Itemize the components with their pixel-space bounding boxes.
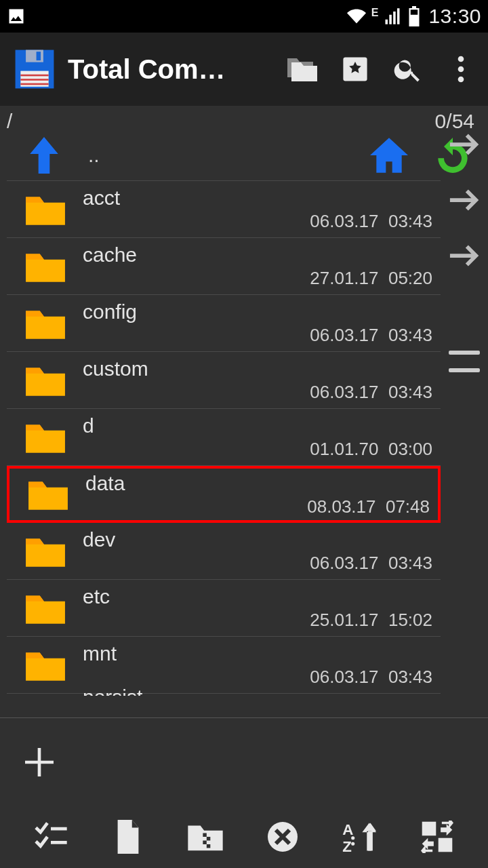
battery-icon [407, 6, 422, 26]
svg-rect-0 [411, 9, 418, 15]
list-item[interactable]: data 08.03.17 07:48 [7, 466, 441, 523]
file-meta-label: 06.03.17 03:43 [83, 553, 436, 574]
list-item[interactable]: persist 06.03.17 03:43 [7, 694, 441, 696]
folder-icon [11, 477, 85, 511]
file-meta-label: 06.03.17 03:43 [83, 211, 436, 232]
svg-rect-12 [203, 833, 207, 837]
up-arrow-icon[interactable] [7, 137, 81, 174]
signal-icon [382, 7, 403, 26]
path-row: / 0/54 [0, 106, 488, 136]
folder-icon [8, 420, 83, 454]
nav-row: .. [0, 136, 488, 180]
list-item[interactable]: custom 06.03.17 03:43 [7, 352, 441, 409]
svg-text:Z: Z [342, 838, 352, 853]
folder-icon [8, 193, 83, 226]
svg-rect-21 [422, 822, 436, 836]
list-item[interactable]: dev 06.03.17 03:43 [7, 523, 441, 580]
add-button[interactable] [20, 743, 58, 781]
file-meta-label: 08.03.17 07:48 [85, 496, 434, 517]
side-rail [441, 132, 488, 372]
search-icon[interactable] [392, 53, 424, 85]
folder-icon [8, 591, 83, 625]
file-name-label: persist [83, 686, 436, 696]
svg-rect-5 [20, 83, 48, 85]
list-item[interactable]: config 06.03.17 03:43 [7, 295, 441, 352]
history-forward-icon[interactable] [449, 188, 480, 212]
svg-point-9 [458, 56, 464, 62]
select-icon[interactable] [32, 818, 70, 856]
file-name-label: mnt [83, 642, 436, 665]
swap-panels-icon[interactable] [418, 818, 456, 856]
svg-point-11 [458, 77, 464, 83]
file-name-label: acct [83, 186, 436, 210]
svg-point-19 [351, 836, 354, 840]
folder-icon [8, 307, 83, 340]
app-logo-floppy-icon [14, 48, 56, 90]
list-item[interactable]: acct 06.03.17 03:43 [7, 181, 441, 238]
folder-icon [8, 250, 83, 283]
file-meta-label: 01.01.70 03:00 [83, 439, 436, 460]
file-name-label: dev [83, 528, 436, 551]
delete-cancel-icon[interactable] [264, 818, 302, 856]
parent-dir-label[interactable]: .. [81, 144, 370, 167]
folder-icon [8, 363, 83, 397]
bottom-toolbar: A Z [0, 806, 488, 868]
network-type-label: E [371, 7, 379, 19]
folder-icon [8, 648, 83, 682]
svg-rect-6 [26, 50, 43, 62]
list-item[interactable]: d 01.01.70 03:00 [7, 409, 441, 466]
list-item[interactable]: cache 27.01.17 05:20 [7, 238, 441, 295]
list-item[interactable]: etc 25.01.17 15:02 [7, 580, 441, 637]
svg-rect-15 [207, 844, 211, 848]
file-list[interactable]: acct 06.03.17 03:43 cache 27.01.17 05:20… [7, 180, 441, 696]
svg-rect-22 [439, 838, 453, 852]
file-name-label: config [83, 300, 436, 323]
add-bar [0, 717, 488, 806]
tabs-icon[interactable] [286, 53, 319, 85]
status-bar: E 13:30 [0, 0, 488, 33]
svg-rect-13 [207, 837, 211, 841]
file-meta-label: 06.03.17 03:43 [83, 325, 436, 346]
file-icon[interactable] [109, 818, 147, 856]
file-name-label: data [85, 472, 434, 495]
svg-rect-7 [37, 52, 41, 60]
folder-icon [8, 534, 83, 568]
svg-rect-3 [20, 75, 48, 77]
home-icon[interactable] [370, 138, 408, 173]
file-name-label: d [83, 414, 436, 437]
archive-folder-icon[interactable] [186, 818, 224, 856]
file-meta-label: 27.01.17 05:20 [83, 268, 436, 289]
sort-icon[interactable]: A Z [341, 818, 379, 856]
app-bar: Total Com… [0, 33, 488, 106]
svg-rect-14 [203, 841, 207, 845]
svg-point-10 [458, 66, 464, 73]
position-label: 0/54 [435, 110, 474, 133]
file-meta-label: 25.01.17 15:02 [83, 610, 436, 631]
file-name-label: etc [83, 585, 436, 608]
overflow-menu-icon[interactable] [445, 53, 477, 85]
current-path-label: / [7, 110, 12, 133]
file-name-label: cache [83, 243, 436, 267]
file-name-label: custom [83, 357, 436, 380]
app-title: Total Com… [68, 54, 226, 85]
svg-rect-4 [20, 79, 48, 81]
file-meta-label: 06.03.17 03:43 [83, 667, 436, 688]
history-forward-icon[interactable] [449, 132, 480, 157]
status-clock: 13:30 [428, 5, 481, 28]
wifi-icon [346, 7, 367, 26]
drag-handle-icon[interactable] [449, 351, 480, 372]
picture-icon [7, 7, 26, 26]
bookmark-icon[interactable] [339, 53, 371, 85]
file-meta-label: 06.03.17 03:43 [83, 382, 436, 403]
svg-text:A: A [342, 821, 353, 838]
svg-point-20 [351, 842, 354, 846]
history-forward-icon[interactable] [449, 243, 480, 268]
